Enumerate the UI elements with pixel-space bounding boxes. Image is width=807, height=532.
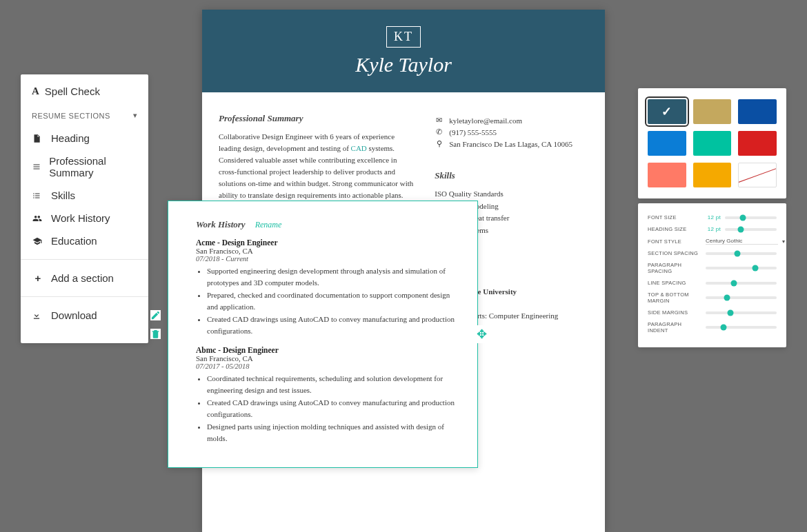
card-side-tools xyxy=(150,310,161,339)
sidebar-item-professional-summary[interactable]: Professional Summary xyxy=(32,150,137,184)
font-style-select[interactable] xyxy=(706,238,778,245)
control-label: TOP & BOTTOM MARGIN xyxy=(648,291,701,304)
job-bullet: Coordinated technical requirements, sche… xyxy=(207,373,459,396)
slider-track[interactable] xyxy=(706,311,777,314)
resume-name: Kyle Taylor xyxy=(355,53,452,76)
color-swatch[interactable] xyxy=(693,163,732,187)
contact-email-text: kyletaylore@email.com xyxy=(449,116,522,125)
sidebar-item-heading[interactable]: Heading xyxy=(32,127,137,150)
slider-track[interactable] xyxy=(706,296,777,299)
job-header: Acme - Design Engineer xyxy=(196,238,459,247)
list-icon xyxy=(32,192,44,200)
lines-icon xyxy=(32,163,42,171)
phone-icon: ✆ xyxy=(435,127,444,136)
left-panel: A Spell Check RESUME SECTIONS ▾ HeadingP… xyxy=(21,74,148,343)
slider-track[interactable] xyxy=(706,267,777,269)
color-swatch[interactable] xyxy=(693,99,732,124)
slider-thumb[interactable] xyxy=(724,295,730,301)
contact-phone: ✆ (917) 555-5555 xyxy=(435,127,588,136)
color-swatch[interactable] xyxy=(738,99,777,124)
resume-header: KT Kyle Taylor xyxy=(202,10,605,92)
job-dates: 07/2017 - 05/2018 xyxy=(196,362,459,370)
control-label: PARAGRAPH SPACING xyxy=(648,262,701,274)
control-label: LINE SPACING xyxy=(648,280,701,286)
job-location: San Francisco, CA xyxy=(196,247,459,255)
color-swatch[interactable] xyxy=(648,163,686,187)
plus-icon: + xyxy=(32,272,44,284)
control-label: PARAGRAPH INDENT xyxy=(648,321,701,334)
control-section-spacing: SECTION SPACING xyxy=(648,247,777,259)
slider-thumb[interactable] xyxy=(728,309,734,316)
slider-track[interactable] xyxy=(706,282,777,285)
download-label: Download xyxy=(51,309,97,321)
control-heading-size: HEADING SIZE12 pt xyxy=(648,223,777,235)
sidebar-item-label: Skills xyxy=(51,190,75,201)
control-label: FONT STYLE xyxy=(648,238,701,245)
skills-title: Skills xyxy=(435,170,588,181)
control-value: 12 pt xyxy=(706,214,721,221)
rename-link[interactable]: Rename xyxy=(255,220,282,230)
color-swatch[interactable] xyxy=(693,131,732,156)
download-button[interactable]: Download xyxy=(32,304,137,327)
format-controls-panel: FONT SIZE12 ptHEADING SIZE12 ptFONT STYL… xyxy=(638,203,786,347)
spell-check-button[interactable]: A Spell Check xyxy=(32,85,137,97)
control-side-margins: SIDE MARGINS xyxy=(648,307,777,318)
color-swatch[interactable] xyxy=(648,131,686,156)
chevron-down-icon: ▾ xyxy=(782,238,785,245)
control-line-spacing: LINE SPACING xyxy=(648,277,777,289)
check-icon: ✓ xyxy=(648,99,686,124)
control-paragraph-spacing: PARAGRAPH SPACING xyxy=(648,259,777,277)
slider-thumb[interactable] xyxy=(720,325,726,331)
sidebar-item-skills[interactable]: Skills xyxy=(32,184,137,207)
editor-stage: A Spell Check RESUME SECTIONS ▾ HeadingP… xyxy=(0,0,807,532)
sidebar-item-education[interactable]: Education xyxy=(32,229,137,252)
work-history-card[interactable]: ✥ Work History Rename Acme - Design Engi… xyxy=(168,201,478,468)
control-font-size: FONT SIZE12 pt xyxy=(648,212,777,223)
resume-sections-header[interactable]: RESUME SECTIONS ▾ xyxy=(32,111,137,120)
sidebar-item-label: Heading xyxy=(51,132,90,144)
gradcap-icon xyxy=(32,236,44,246)
slider-track[interactable] xyxy=(725,216,777,219)
control-font-style: FONT STYLE▾ xyxy=(648,235,777,247)
slider-thumb[interactable] xyxy=(735,250,741,256)
slider-thumb[interactable] xyxy=(740,214,746,221)
sidebar-item-work-history[interactable]: Work History xyxy=(32,207,137,229)
slider-thumb[interactable] xyxy=(753,265,759,272)
resume-sections-label: RESUME SECTIONS xyxy=(32,112,110,120)
spell-check-label: Spell Check xyxy=(45,85,100,97)
slider-track[interactable] xyxy=(725,228,777,231)
control-label: FONT SIZE xyxy=(648,214,701,221)
control-label: SECTION SPACING xyxy=(648,250,701,256)
job-bullet: Created CAD drawings using AutoCAD to co… xyxy=(207,397,459,420)
sidebar-item-label: Work History xyxy=(51,212,110,224)
color-swatch[interactable]: ✓ xyxy=(648,99,686,124)
summary-title: Professional Summary xyxy=(219,113,415,124)
contact-location: ⚲ San Francisco De Las Llagas, CA 10065 xyxy=(435,139,588,148)
slider-thumb[interactable] xyxy=(731,280,737,286)
add-section-button[interactable]: + Add a section xyxy=(32,267,137,289)
edit-icon[interactable] xyxy=(150,310,161,320)
sidebar-item-label: Education xyxy=(51,235,97,247)
move-icon[interactable]: ✥ xyxy=(475,325,488,343)
work-history-title: Work History xyxy=(196,219,246,230)
color-none[interactable] xyxy=(738,163,777,187)
doc-icon xyxy=(32,134,44,143)
job-header: Abmc - Design Engineer xyxy=(196,346,459,354)
slider-track[interactable] xyxy=(706,326,777,329)
people-icon xyxy=(32,214,44,223)
download-icon xyxy=(32,311,44,320)
control-label: SIDE MARGINS xyxy=(648,309,701,316)
job-entry: Abmc - Design EngineerSan Francisco, CA0… xyxy=(196,346,459,444)
control-top-bottom-margin: TOP & BOTTOM MARGIN xyxy=(648,289,777,307)
control-paragraph-indent: PARAGRAPH INDENT xyxy=(648,318,777,336)
job-dates: 07/2018 - Current xyxy=(196,255,459,263)
slider-track[interactable] xyxy=(706,252,777,255)
initials-box: KT xyxy=(386,26,421,48)
divider xyxy=(21,259,148,260)
slider-thumb[interactable] xyxy=(737,226,744,232)
trash-icon[interactable] xyxy=(150,329,161,339)
svg-point-1 xyxy=(33,195,34,196)
color-swatch[interactable] xyxy=(738,131,777,156)
color-palette-panel: ✓ xyxy=(638,88,786,198)
job-bullet: Prepared, checked and coordinated docume… xyxy=(207,289,459,312)
